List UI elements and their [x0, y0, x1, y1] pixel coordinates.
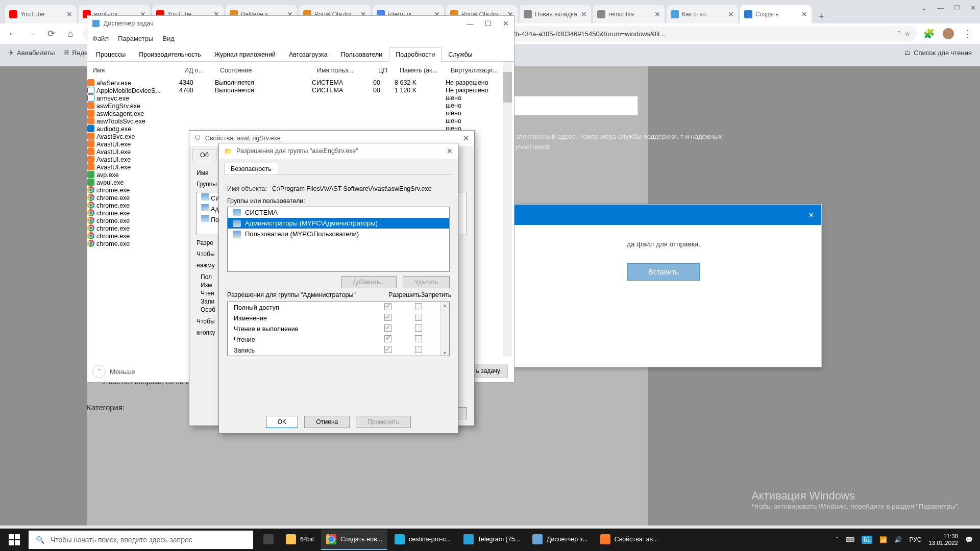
- taskmgr-tab[interactable]: Автозагрузка: [282, 47, 334, 62]
- taskmgr-menu-item[interactable]: Параметры: [118, 35, 153, 42]
- modal-insert-button[interactable]: Вставить: [627, 263, 699, 281]
- close-icon[interactable]: ✕: [970, 4, 976, 12]
- taskbar-search[interactable]: 🔍 Чтобы начать поиск, введите здесь запр…: [29, 531, 253, 549]
- forward-button[interactable]: →: [24, 27, 39, 41]
- reading-list-icon[interactable]: 🗂: [904, 49, 911, 57]
- tray-chevron-icon[interactable]: ˄: [836, 536, 839, 543]
- props-close[interactable]: ✕: [463, 134, 469, 142]
- taskmgr-tab[interactable]: Подробности: [389, 47, 442, 62]
- perms-group-item[interactable]: Пользователи (MYPC\Пользователи): [228, 229, 449, 239]
- tray-notifications-icon[interactable]: 💬: [965, 536, 973, 543]
- perm-deny-checkbox[interactable]: [415, 335, 422, 342]
- taskbar-item[interactable]: 64bit: [281, 530, 319, 550]
- tab-favicon: [671, 10, 679, 18]
- perms-tab-security[interactable]: Безопасность: [224, 163, 278, 174]
- taskmgr-close[interactable]: ✕: [503, 19, 509, 28]
- process-row[interactable]: aswToolsSvc.exe шено: [87, 117, 514, 125]
- process-icon: [87, 79, 94, 86]
- browser-tab[interactable]: Создать ✕: [740, 5, 812, 23]
- perms-group-item[interactable]: СИСТЕМА: [228, 207, 449, 218]
- perm-deny-checkbox[interactable]: [415, 314, 422, 321]
- menu-button[interactable]: ⋮: [961, 27, 975, 41]
- process-row[interactable]: aswEngSrv.exe шено: [87, 102, 514, 110]
- taskmgr-tab[interactable]: Производительность: [132, 47, 207, 62]
- perm-deny-checkbox[interactable]: [415, 303, 422, 310]
- reload-button[interactable]: ⟳: [44, 27, 58, 41]
- fewer-label[interactable]: Меньше: [110, 368, 135, 375]
- taskbar-item[interactable]: [258, 530, 279, 550]
- translate-icon[interactable]: ᵀ: [898, 30, 900, 38]
- taskmgr-menu-item[interactable]: Файл: [92, 35, 109, 42]
- perm-allow-checkbox[interactable]: [384, 335, 391, 342]
- tab-close-icon[interactable]: ✕: [581, 10, 587, 18]
- taskmgr-minimize[interactable]: —: [467, 19, 474, 28]
- taskbar-item[interactable]: Telegram (75...: [458, 530, 525, 550]
- taskbar-item[interactable]: Свойства: as...: [595, 530, 663, 550]
- perms-ok[interactable]: OK: [266, 416, 298, 428]
- taskmgr-tab[interactable]: Журнал приложений: [208, 47, 282, 62]
- taskmgr-column-header[interactable]: Состояние: [218, 64, 315, 77]
- browser-tab[interactable]: Как откл. ✕: [667, 5, 738, 23]
- tray-language[interactable]: РУС: [909, 536, 921, 543]
- perm-allow-checkbox[interactable]: [384, 303, 391, 310]
- maximize-icon[interactable]: ☐: [954, 4, 960, 12]
- tab-close-icon[interactable]: ✕: [801, 10, 807, 18]
- process-name: armsvc.exe: [96, 95, 129, 102]
- browser-tab[interactable]: remontka ✕: [593, 5, 665, 23]
- perms-cancel[interactable]: Отмена: [304, 416, 350, 428]
- tab-close-icon[interactable]: ✕: [66, 10, 72, 18]
- process-row[interactable]: AppleMobileDeviceS... 4700 Выполняется С…: [87, 87, 514, 94]
- process-row[interactable]: armsvc.exe шено: [87, 94, 514, 102]
- profile-avatar[interactable]: [941, 27, 955, 41]
- perms-for-label: Разрешения для группы: [227, 291, 299, 298]
- perm-deny-checkbox[interactable]: [415, 324, 422, 332]
- taskmgr-column-header[interactable]: Имя польз...: [315, 64, 376, 77]
- taskbar-item[interactable]: cestina-pro-c...: [389, 530, 456, 550]
- perm-deny-checkbox[interactable]: [415, 346, 422, 353]
- perms-groups-list[interactable]: СИСТЕМААдминистраторы (MYPC\Администрато…: [227, 207, 450, 272]
- tray-telegram-badge[interactable]: 61: [862, 536, 872, 544]
- taskmgr-column-header[interactable]: ИД п...: [182, 64, 218, 77]
- browser-tab[interactable]: YouTube ✕: [5, 5, 77, 23]
- reading-list[interactable]: Список для чтения: [914, 49, 972, 57]
- bookmark-plane[interactable]: ✈Авиабилеты: [8, 49, 55, 57]
- perm-allow-checkbox[interactable]: [384, 346, 391, 353]
- home-button[interactable]: ⌂: [63, 27, 78, 41]
- perm-allow-checkbox[interactable]: [384, 324, 391, 332]
- new-tab-button[interactable]: ＋: [814, 8, 829, 23]
- tray-clock[interactable]: 11:38 13.01.2022: [928, 533, 958, 546]
- tab-close-icon[interactable]: ✕: [654, 10, 660, 18]
- taskmgr-column-header[interactable]: ЦП: [376, 64, 398, 77]
- taskmgr-menu-item[interactable]: Вид: [162, 35, 175, 42]
- taskmgr-column-header[interactable]: Память (ак...: [398, 64, 449, 77]
- close-modal-icon[interactable]: ✕: [808, 211, 814, 219]
- props-tab[interactable]: Об: [192, 149, 216, 161]
- process-name: audiodg.exe: [96, 126, 131, 133]
- taskmgr-scrollbar[interactable]: [503, 62, 512, 357]
- back-button[interactable]: ←: [5, 27, 19, 41]
- taskmgr-maximize[interactable]: ☐: [485, 19, 492, 28]
- start-button[interactable]: [0, 529, 29, 551]
- taskmgr-column-header[interactable]: Имя: [90, 64, 182, 77]
- perms-close[interactable]: ✕: [447, 147, 453, 155]
- perms-group-item[interactable]: Администраторы (MYPC\Администраторы): [228, 218, 449, 229]
- taskmgr-tab[interactable]: Пользователи: [334, 47, 389, 62]
- perm-allow-checkbox[interactable]: [384, 314, 391, 321]
- chevron-down-icon[interactable]: ⌄: [921, 4, 927, 12]
- minimize-icon[interactable]: —: [937, 4, 944, 12]
- tray-wifi-icon[interactable]: 📶: [879, 536, 887, 543]
- perms-table-scrollbar[interactable]: ▴▾: [440, 302, 449, 356]
- taskbar-item[interactable]: Диспетчер з...: [527, 530, 593, 550]
- process-row[interactable]: aswidsagent.exe шено: [87, 110, 514, 117]
- taskmgr-tab[interactable]: Службы: [442, 47, 479, 62]
- taskmgr-tab[interactable]: Процессы: [89, 47, 132, 62]
- taskbar-item[interactable]: Создать нов...: [321, 530, 387, 550]
- browser-tab[interactable]: Новая вкладка ✕: [520, 5, 591, 23]
- extensions-icon[interactable]: 🧩: [922, 27, 936, 41]
- tray-keyboard-icon[interactable]: ⌨: [846, 536, 854, 543]
- star-icon[interactable]: ☆: [904, 30, 911, 38]
- tray-volume-icon[interactable]: 🔊: [894, 536, 902, 543]
- process-row[interactable]: afwServ.exe 4340 Выполняется СИСТЕМА 00 …: [87, 79, 514, 87]
- fewer-chevron[interactable]: ˄: [92, 365, 106, 378]
- tab-close-icon[interactable]: ✕: [728, 10, 734, 18]
